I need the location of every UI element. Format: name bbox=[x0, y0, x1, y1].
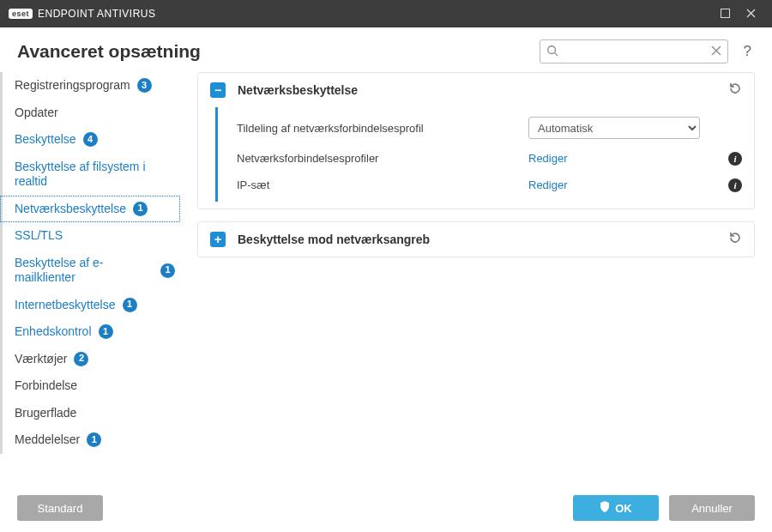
sidebar-item-label: Internetbeskyttelse bbox=[15, 298, 116, 313]
badge: 2 bbox=[74, 352, 88, 366]
sidebar-item-label: Værktøjer bbox=[15, 352, 67, 367]
badge: 1 bbox=[87, 432, 101, 447]
sidebar-item-registreringsprogram[interactable]: Registreringsprogram3 bbox=[0, 72, 180, 100]
reset-icon[interactable] bbox=[728, 231, 742, 248]
shield-icon bbox=[600, 501, 610, 515]
header: Avanceret opsætning ? bbox=[0, 27, 772, 72]
sidebar-item-meddelelser[interactable]: Meddelelser1 bbox=[0, 426, 180, 454]
sidebar-item-forbindelse[interactable]: Forbindelse bbox=[0, 372, 180, 400]
reset-icon[interactable] bbox=[728, 82, 742, 99]
sidebar-item-label: Registreringsprogram bbox=[15, 78, 130, 94]
badge: 3 bbox=[137, 78, 152, 93]
panel-title: Netværksbeskyttelse bbox=[238, 83, 728, 97]
sidebar-item-label: Beskyttelse af filsystem i realtid bbox=[15, 160, 175, 190]
sidebar-item-label: Brugerflade bbox=[15, 406, 76, 421]
info-icon[interactable]: i bbox=[728, 151, 742, 166]
cancel-button[interactable]: Annuller bbox=[669, 495, 755, 521]
brand: eset ENDPOINT ANTIVIRUS bbox=[9, 8, 155, 20]
badge: 1 bbox=[123, 298, 137, 312]
panel-body-network: Tildeling af netværksforbindelsesprofil … bbox=[215, 107, 754, 202]
help-button[interactable]: ? bbox=[740, 41, 755, 62]
sidebar-item-netv-rksbeskyttelse[interactable]: Netværksbeskyttelse1 bbox=[0, 196, 180, 223]
sidebar-item-ssl-tls[interactable]: SSL/TLS bbox=[0, 222, 180, 250]
ok-button[interactable]: OK bbox=[573, 495, 659, 521]
panel-network-attack: + Beskyttelse mod netværksangreb bbox=[197, 221, 755, 257]
row-profiles: Netværksforbindelsesprofiler Rediger i bbox=[237, 145, 742, 172]
search-input[interactable] bbox=[540, 39, 728, 63]
sidebar-item-label: Beskyttelse bbox=[15, 132, 76, 148]
footer: Standard OK Annuller bbox=[0, 484, 772, 532]
panel-title: Beskyttelse mod netværksangreb bbox=[238, 233, 728, 246]
sidebar-item-label: Beskyttelse af e-mailklienter bbox=[15, 256, 154, 286]
row-label: Tildeling af netværksforbindelsesprofil bbox=[237, 122, 528, 135]
profile-assign-select[interactable]: Automatisk bbox=[528, 117, 700, 139]
badge: 1 bbox=[133, 202, 148, 216]
page-title: Avanceret opsætning bbox=[17, 41, 201, 62]
sidebar-item-internetbeskyttelse[interactable]: Internetbeskyttelse1 bbox=[0, 292, 180, 319]
window-maximize-button[interactable] bbox=[712, 8, 738, 21]
sidebar-item-brugerflade[interactable]: Brugerflade bbox=[0, 400, 180, 427]
window-close-button[interactable] bbox=[738, 8, 763, 21]
sidebar-item-label: Forbindelse bbox=[15, 378, 77, 394]
brand-badge: eset bbox=[9, 9, 33, 19]
badge: 1 bbox=[160, 263, 175, 278]
ok-label: OK bbox=[615, 502, 632, 515]
panel-header-attack[interactable]: + Beskyttelse mod netværksangreb bbox=[198, 222, 754, 257]
sidebar-item-label: Enhedskontrol bbox=[15, 324, 92, 340]
default-button[interactable]: Standard bbox=[17, 495, 103, 521]
sidebar-item-label: Meddelelser bbox=[15, 432, 80, 448]
svg-rect-0 bbox=[721, 9, 729, 17]
sidebar-item-opdater[interactable]: Opdater bbox=[0, 100, 180, 127]
row-label: Netværksforbindelsesprofiler bbox=[237, 152, 528, 165]
badge: 1 bbox=[99, 324, 113, 339]
brand-text: ENDPOINT ANTIVIRUS bbox=[38, 8, 155, 20]
sidebar-item-v-rkt-jer[interactable]: Værktøjer2 bbox=[0, 346, 180, 373]
sidebar-item-label: Opdater bbox=[15, 106, 58, 121]
titlebar: eset ENDPOINT ANTIVIRUS bbox=[0, 0, 772, 27]
collapse-icon: − bbox=[210, 82, 226, 98]
sidebar-item-beskyttelse[interactable]: Beskyttelse4 bbox=[0, 126, 180, 154]
sidebar-item-enhedskontrol[interactable]: Enhedskontrol1 bbox=[0, 318, 180, 346]
panel-network-protection: − Netværksbeskyttelse Tildeling af netvæ… bbox=[197, 72, 755, 209]
expand-icon: + bbox=[210, 232, 226, 247]
badge: 4 bbox=[83, 132, 98, 147]
clear-search-icon[interactable] bbox=[711, 44, 721, 58]
row-profile-assign: Tildeling af netværksforbindelsesprofil … bbox=[237, 111, 742, 145]
row-label: IP-sæt bbox=[237, 178, 528, 191]
row-ipsets: IP-sæt Rediger i bbox=[237, 172, 742, 198]
content: − Netværksbeskyttelse Tildeling af netvæ… bbox=[189, 72, 772, 481]
panel-header-network[interactable]: − Netværksbeskyttelse bbox=[198, 73, 754, 107]
search-wrap bbox=[540, 39, 728, 63]
sidebar-item-label: SSL/TLS bbox=[15, 228, 63, 244]
sidebar-item-beskyttelse-af-e-mailklienter[interactable]: Beskyttelse af e-mailklienter1 bbox=[0, 250, 180, 292]
sidebar-item-beskyttelse-af-filsystem-i-realtid[interactable]: Beskyttelse af filsystem i realtid bbox=[0, 154, 180, 196]
edit-profiles-link[interactable]: Rediger bbox=[528, 152, 568, 165]
sidebar-item-label: Netværksbeskyttelse bbox=[15, 202, 126, 217]
edit-ipsets-link[interactable]: Rediger bbox=[528, 178, 568, 191]
sidebar: Registreringsprogram3OpdaterBeskyttelse4… bbox=[0, 72, 189, 481]
info-icon[interactable]: i bbox=[728, 178, 742, 192]
